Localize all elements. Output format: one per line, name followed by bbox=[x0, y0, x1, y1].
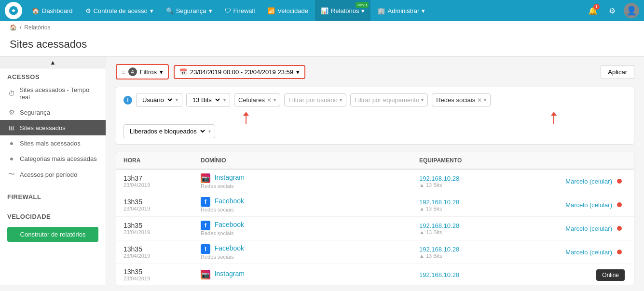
sidebar-item-categorias[interactable]: ● Categorias mais acessadas bbox=[0, 151, 106, 166]
avatar-icon: 👤 bbox=[626, 5, 637, 16]
domain-link-1[interactable]: Instagram bbox=[215, 173, 245, 181]
ip-1: 192.168.10.28 bbox=[419, 175, 525, 182]
nav-firewall-label: Firewall bbox=[233, 7, 255, 14]
sidebar-label-seguranca: Segurança bbox=[20, 109, 50, 116]
user-avatar[interactable]: 👤 bbox=[624, 3, 639, 18]
usuario-placeholder: Filtrar por usuário bbox=[288, 96, 338, 104]
user-cell-4[interactable]: Marcelo (celular) bbox=[525, 249, 612, 256]
domain-cell-5: 📷 Instagram bbox=[201, 270, 419, 279]
apply-button[interactable]: Aplicar bbox=[601, 65, 634, 79]
usuario-filter[interactable]: Filtrar por usuário ▾ bbox=[284, 93, 346, 106]
chevron-down-icon-2: ▾ bbox=[209, 7, 212, 14]
user-cell-3[interactable]: Marcelo (celular) bbox=[525, 225, 612, 232]
type-dropdown[interactable]: Usuário IP Grupo bbox=[140, 96, 174, 104]
nav-dashboard[interactable]: 🏠 Dashboard bbox=[26, 0, 79, 21]
chevron-type-icon: ▾ bbox=[176, 97, 178, 103]
gear-icon: ⚙ bbox=[85, 7, 91, 14]
nav-seguranca-label: Segurança bbox=[176, 7, 206, 14]
celulares-tag: Celulares ✕ ▾ bbox=[234, 93, 280, 106]
user-cell-1[interactable]: Marcelo (celular) bbox=[525, 178, 612, 185]
sidebar-item-seguranca[interactable]: ⚙ Segurança bbox=[0, 105, 106, 120]
ip-4: 192.168.10.28 bbox=[419, 246, 525, 253]
info-icon[interactable]: i bbox=[123, 96, 132, 105]
sidebar-item-sites-acessados[interactable]: ⊞ Sites acessados bbox=[0, 120, 106, 135]
sidebar-item-sites-mais[interactable]: ● Sites mais acessados bbox=[0, 135, 106, 151]
celulares-remove[interactable]: ✕ bbox=[267, 97, 272, 104]
domain-cell-3: f Facebook Redes sociais bbox=[201, 221, 419, 236]
type-select[interactable]: Usuário IP Grupo ▾ bbox=[136, 93, 182, 107]
sidebar-item-sites-tempo-real[interactable]: ⏱ Sites acessados - Tempo real bbox=[0, 82, 106, 105]
user-cell-2[interactable]: Marcelo (celular) bbox=[525, 201, 612, 209]
nav-firewall[interactable]: 🛡 Firewall bbox=[219, 0, 261, 21]
nav-relatorios[interactable]: 📊 Relatórios ▾ novo bbox=[315, 0, 371, 21]
sidebar-label-sites-mais: Sites mais acessados bbox=[20, 140, 81, 147]
nav-items: 🏠 Dashboard ⚙ Controle de acesso ▾ 🔍 Seg… bbox=[26, 0, 585, 21]
bits-select[interactable]: 13 Bits 14 Bits ▾ bbox=[186, 93, 230, 107]
sliders-icon: ≡ bbox=[122, 68, 125, 76]
clock-icon: ⏱ bbox=[7, 90, 15, 97]
table-row: 13h35 23/04/2019 📷 Instagram 192.168.10.… bbox=[116, 264, 634, 285]
time-cell-5: 13h35 23/04/2019 bbox=[123, 268, 201, 281]
equipamento-filter[interactable]: Filtrar por equipamento ▾ bbox=[350, 93, 428, 106]
construtor-button[interactable]: Construtor de relatórios bbox=[7, 227, 98, 242]
nav-administrar[interactable]: 🏢 Administrar ▾ bbox=[371, 0, 431, 21]
filter-row-1: i Usuário IP Grupo ▾ 13 Bits 14 Bits ▾ bbox=[123, 93, 627, 107]
dot-icon-2: ● bbox=[7, 155, 16, 162]
time-cell-3: 13h35 23/04/2019 bbox=[123, 222, 201, 235]
breadcrumb-parent[interactable]: Relatórios bbox=[24, 24, 50, 31]
category-2: Redes sociais bbox=[201, 207, 419, 212]
filter-options-panel: i Usuário IP Grupo ▾ 13 Bits 14 Bits ▾ bbox=[116, 87, 634, 145]
nav-controle-label: Controle de acesso bbox=[94, 7, 148, 14]
time-cell-1: 13h37 23/04/2019 bbox=[123, 174, 201, 188]
chart-icon: 📊 bbox=[321, 7, 329, 14]
dot-icon-1: ● bbox=[7, 139, 16, 147]
domain-cell-2: f Facebook Redes sociais bbox=[201, 197, 419, 212]
nav-controle[interactable]: ⚙ Controle de acesso ▾ bbox=[80, 0, 159, 21]
sidebar-scroll-up[interactable]: ▲ bbox=[0, 57, 106, 68]
sidebar-label-sites-tempo: Sites acessados - Tempo real bbox=[19, 86, 98, 101]
redes-sociais-remove[interactable]: ✕ bbox=[477, 97, 482, 104]
nav-velocidade-label: Velocidade bbox=[277, 7, 308, 14]
filter-label: Filtros bbox=[140, 68, 157, 76]
bits-dropdown[interactable]: 13 Bits 14 Bits bbox=[191, 96, 221, 104]
app-logo[interactable] bbox=[5, 2, 22, 19]
equipamento-placeholder: Filtrar por equipamento bbox=[355, 96, 419, 104]
facebook-icon-2: f bbox=[201, 221, 210, 230]
notification-button[interactable]: 🔔 1 bbox=[585, 3, 601, 18]
nav-velocidade[interactable]: 📶 Velocidade bbox=[261, 0, 314, 21]
col-user bbox=[525, 157, 612, 164]
status-select[interactable]: Liberados e bloqueados Liberados Bloquea… bbox=[123, 124, 215, 138]
date-value-3: 23/04/2019 bbox=[123, 229, 201, 235]
col-status bbox=[612, 157, 627, 164]
settings-button[interactable]: ⚙ bbox=[604, 3, 620, 18]
redes-sociais-tag: Redes sociais ✕ ▾ bbox=[432, 93, 491, 106]
filter-button[interactable]: ≡ 4 Filtros ▾ bbox=[116, 64, 169, 79]
domain-link-5[interactable]: Instagram bbox=[215, 270, 245, 278]
time-value-2: 13h35 bbox=[123, 198, 201, 206]
nav-seguranca[interactable]: 🔍 Segurança ▾ bbox=[160, 0, 218, 21]
bits-4: ▲ 13 Bits bbox=[419, 253, 525, 259]
col-equipamento: EQUIPAMENTO bbox=[419, 157, 525, 164]
chevron-filter-icon: ▾ bbox=[160, 68, 163, 76]
breadcrumb-separator: / bbox=[20, 24, 21, 31]
domain-link-4[interactable]: Facebook bbox=[215, 244, 244, 252]
sidebar-item-acessos-periodo[interactable]: 〜 Acessos por período bbox=[0, 166, 106, 183]
date-value-2: 23/04/2019 bbox=[123, 206, 201, 212]
ip-3: 192.168.10.28 bbox=[419, 222, 525, 229]
equip-cell-2: 192.168.10.28 ▲ 13 Bits bbox=[419, 198, 525, 212]
date-value-4: 23/04/2019 bbox=[123, 253, 201, 259]
chevron-down-icon: ▾ bbox=[150, 7, 153, 14]
arrow-indicators bbox=[123, 111, 627, 124]
status-dot-1 bbox=[617, 179, 622, 184]
online-label: Online bbox=[602, 272, 619, 278]
filter-count: 4 bbox=[128, 67, 137, 76]
domain-link-3[interactable]: Facebook bbox=[215, 221, 244, 228]
facebook-icon-1: f bbox=[201, 197, 210, 207]
main-content: ≡ 4 Filtros ▾ 📅 23/04/2019 00:00 - 23/04… bbox=[106, 57, 644, 285]
domain-cell-4: f Facebook Redes sociais bbox=[201, 244, 419, 260]
col-hora: HORA bbox=[123, 157, 201, 164]
status-dropdown[interactable]: Liberados e bloqueados Liberados Bloquea… bbox=[128, 127, 206, 135]
domain-link-2[interactable]: Facebook bbox=[215, 197, 244, 205]
date-range-button[interactable]: 📅 23/04/2019 00:00 - 23/04/2019 23:59 ▾ bbox=[174, 65, 305, 79]
status-cell-3 bbox=[612, 226, 627, 231]
